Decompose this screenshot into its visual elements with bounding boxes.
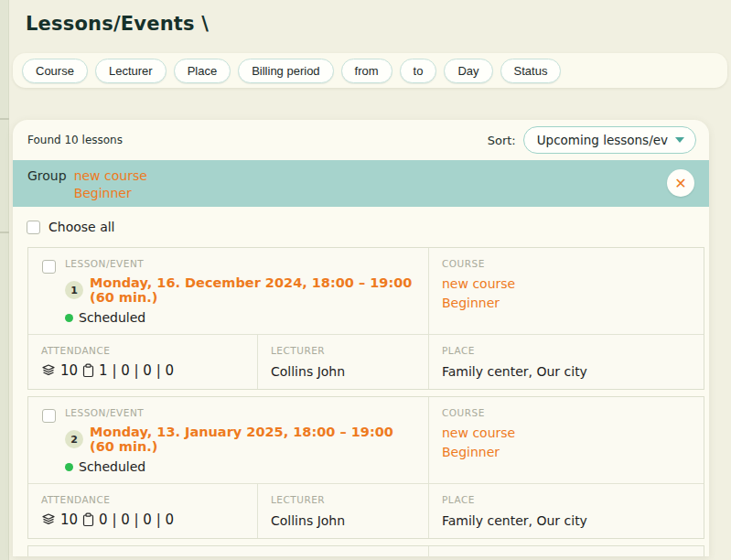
- status-badge: Scheduled: [79, 459, 145, 474]
- sort-control: Sort: Upcoming lessons/ev: [488, 126, 696, 154]
- page-title: Lessons/Events \: [26, 13, 731, 35]
- attendance-header: ATTENDANCE: [41, 494, 246, 505]
- filter-bar: Course Lecturer Place Billing period fro…: [13, 53, 727, 88]
- lecturer-header: LECTURER: [271, 494, 417, 505]
- attendance-counts: 0 | 0 | 0 | 0: [99, 512, 174, 528]
- sort-dropdown[interactable]: Upcoming lessons/ev: [523, 126, 696, 154]
- chevron-down-icon: [675, 137, 684, 143]
- course-link-line1[interactable]: new course: [442, 275, 694, 293]
- course-header: COURSE: [442, 407, 694, 418]
- place-header: PLACE: [442, 345, 694, 356]
- sort-label: Sort:: [488, 134, 516, 147]
- layers-icon: [41, 512, 56, 527]
- choose-all-label: Choose all: [48, 220, 115, 234]
- status-dot-icon: [65, 463, 73, 471]
- filter-place[interactable]: Place: [174, 59, 231, 83]
- sidebar-divider: [0, 118, 9, 120]
- filter-lecturer[interactable]: Lecturer: [95, 59, 167, 83]
- attendance-header: ATTENDANCE: [41, 345, 246, 356]
- layers-icon: [41, 363, 56, 378]
- course-link-line1[interactable]: new course: [442, 425, 694, 442]
- group-course: new course Beginner: [74, 167, 147, 202]
- lesson-row: LESSON/EVENT 2 Monday, 13. January 2025,…: [27, 396, 704, 539]
- attendance-total: 10: [60, 362, 78, 379]
- lessons-list: LESSON/EVENT 1 Monday, 16. December 2024…: [13, 247, 709, 556]
- results-header: Found 10 lessons Sort: Upcoming lessons/…: [13, 120, 709, 160]
- lesson-checkbox[interactable]: [42, 260, 56, 274]
- filter-status[interactable]: Status: [500, 59, 562, 83]
- sort-value: Upcoming lessons/ev: [537, 133, 668, 147]
- group-filter-banner: Group new course Beginner ✕: [13, 160, 709, 207]
- group-label: Group: [27, 167, 67, 185]
- lesson-number-badge: 2: [65, 430, 83, 448]
- attendance-counts: 1 | 0 | 0 | 0: [99, 362, 174, 379]
- course-link-line2[interactable]: Beginner: [442, 295, 694, 312]
- lecturer-value: Collins John: [271, 364, 345, 379]
- place-header: PLACE: [442, 494, 694, 505]
- lesson-event-header: LESSON/EVENT: [65, 407, 417, 418]
- sidebar-divider: [0, 232, 9, 233]
- filter-course[interactable]: Course: [22, 59, 88, 83]
- filter-day[interactable]: Day: [444, 59, 492, 83]
- lesson-checkbox[interactable]: [42, 409, 56, 423]
- choose-all-checkbox[interactable]: [27, 221, 40, 234]
- course-link-line2[interactable]: Beginner: [442, 444, 694, 461]
- lesson-number-badge: 1: [65, 281, 83, 299]
- group-course-link-line2[interactable]: Beginner: [74, 185, 147, 202]
- results-card: Found 10 lessons Sort: Upcoming lessons/…: [13, 120, 709, 556]
- lecturer-header: LECTURER: [271, 345, 417, 356]
- lesson-row: LESSON/EVENT 3 Monday, 20. January 2025,…: [27, 545, 704, 556]
- lesson-date-link[interactable]: Monday, 13. January 2025, 18:00 – 19:00 …: [90, 425, 417, 454]
- filter-to[interactable]: to: [400, 59, 437, 83]
- place-value: Family center, Our city: [442, 364, 587, 379]
- filter-billing-period[interactable]: Billing period: [238, 59, 333, 83]
- page: Lessons/Events \ Course Lecturer Place B…: [9, 0, 731, 560]
- group-course-link-line1[interactable]: new course: [74, 167, 147, 185]
- filter-from[interactable]: from: [341, 59, 392, 83]
- choose-all-row: Choose all: [13, 207, 709, 247]
- clipboard-icon: [82, 512, 94, 527]
- place-value: Family center, Our city: [442, 513, 587, 528]
- lesson-date-link[interactable]: Monday, 16. December 2024, 18:00 – 19:00…: [90, 275, 417, 305]
- lesson-event-header: LESSON/EVENT: [65, 258, 417, 269]
- collapsed-sidebar-strip[interactable]: [0, 0, 9, 560]
- attendance-total: 10: [60, 512, 78, 528]
- lecturer-value: Collins John: [271, 513, 345, 528]
- course-header: COURSE: [442, 258, 694, 269]
- lesson-row: LESSON/EVENT 1 Monday, 16. December 2024…: [27, 247, 704, 390]
- close-icon[interactable]: ✕: [667, 169, 694, 197]
- found-count: Found 10 lessons: [27, 134, 123, 146]
- status-dot-icon: [65, 314, 73, 322]
- clipboard-icon: [82, 363, 94, 378]
- status-badge: Scheduled: [79, 310, 145, 325]
